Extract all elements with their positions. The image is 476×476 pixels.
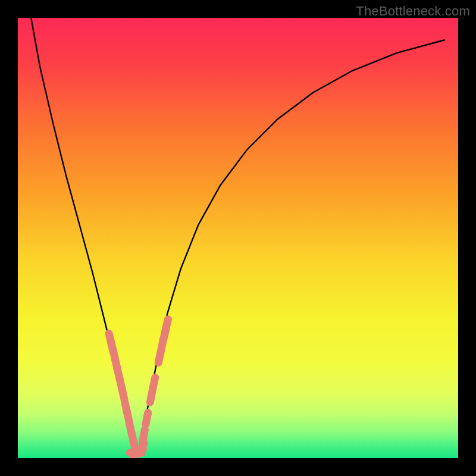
data-marker bbox=[153, 377, 155, 389]
data-marker bbox=[143, 430, 145, 441]
chart-frame bbox=[18, 18, 458, 458]
data-marker bbox=[146, 413, 148, 425]
watermark-text: TheBottleneck.com bbox=[356, 4, 470, 19]
bottleneck-chart bbox=[18, 18, 458, 458]
gradient-background bbox=[18, 18, 458, 458]
data-marker bbox=[165, 320, 168, 331]
data-marker bbox=[122, 388, 124, 400]
